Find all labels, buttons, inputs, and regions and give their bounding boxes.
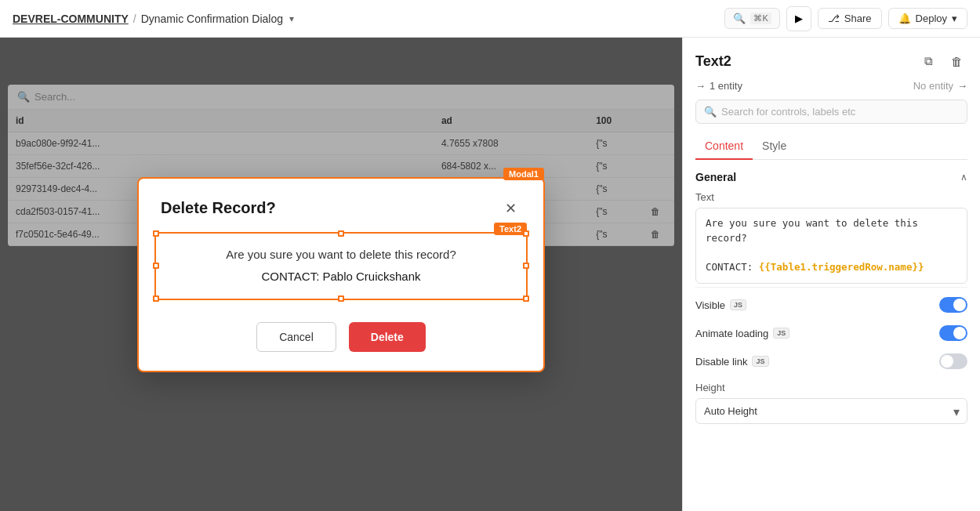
text-contact: CONTACT: bbox=[706, 261, 753, 273]
search-icon: 🔍 bbox=[733, 13, 746, 24]
animate-row: Animate loading JS bbox=[695, 319, 967, 347]
cancel-button[interactable]: Cancel bbox=[256, 322, 336, 352]
disable-js-badge: JS bbox=[752, 356, 768, 367]
modal-header: Delete Record? ✕ bbox=[139, 179, 543, 232]
panel-search-icon: 🔍 bbox=[704, 106, 717, 118]
animate-label-group: Animate loading JS bbox=[695, 328, 789, 339]
panel-search[interactable]: 🔍 Search for controls, labels etc bbox=[695, 100, 967, 124]
text2-container: Text2 Are you sure you want to delete th… bbox=[154, 232, 528, 300]
panel-tabs: Content Style bbox=[695, 133, 967, 160]
handle-bot-mid[interactable] bbox=[338, 295, 344, 302]
animate-toggle[interactable] bbox=[939, 325, 967, 341]
canvas-area: 🔍 Search... id ad 100 b9ac080e bbox=[0, 38, 682, 511]
entity-right-arrow: → bbox=[957, 80, 967, 92]
project-name[interactable]: DEVREL-COMMUNITY bbox=[13, 13, 129, 25]
modal-container: Modal1 Delete Record? ✕ Text2 bbox=[137, 177, 545, 372]
disable-row: Disable link JS bbox=[695, 347, 967, 375]
animate-label: Animate loading bbox=[695, 328, 768, 339]
general-chevron-up-icon[interactable]: ∧ bbox=[960, 172, 967, 183]
height-row: Height Auto Height Fixed Height bbox=[695, 375, 967, 427]
modal-overlay: Modal1 Delete Record? ✕ Text2 bbox=[0, 38, 682, 511]
delete-icon-btn[interactable]: 🗑 bbox=[946, 50, 967, 72]
copy-icon: ⧉ bbox=[924, 54, 933, 68]
visible-label-group: Visible JS bbox=[695, 299, 746, 311]
entity-no-text: No entity bbox=[913, 80, 953, 92]
text-line2: record? bbox=[706, 232, 747, 244]
handle-mid-right[interactable] bbox=[523, 263, 529, 269]
disable-label: Disable link bbox=[695, 356, 747, 368]
play-icon: ▶ bbox=[795, 13, 803, 24]
modal-close-button[interactable]: ✕ bbox=[499, 198, 521, 219]
general-section-title: General bbox=[695, 171, 736, 183]
chevron-down-icon[interactable]: ▾ bbox=[289, 13, 294, 24]
handle-bot-right[interactable] bbox=[523, 295, 529, 302]
entity-right[interactable]: No entity → bbox=[913, 80, 967, 92]
visible-toggle[interactable] bbox=[939, 297, 967, 313]
modal-body-line1: Are you sure you want to delete this rec… bbox=[172, 246, 510, 264]
delete-icon: 🗑 bbox=[951, 55, 963, 68]
text-field-label: Text bbox=[695, 191, 967, 203]
copy-icon-btn[interactable]: ⧉ bbox=[917, 50, 939, 72]
visible-label: Visible bbox=[695, 299, 725, 311]
deploy-button[interactable]: 🔔 Deploy ▾ bbox=[888, 8, 967, 29]
handle-top-right[interactable] bbox=[523, 230, 529, 237]
share-icon: ⎇ bbox=[828, 13, 840, 24]
tab-style-label: Style bbox=[762, 140, 786, 152]
play-button[interactable]: ▶ bbox=[786, 6, 811, 31]
disable-toggle[interactable] bbox=[939, 353, 967, 369]
right-panel: Text2 ⧉ 🗑 → 1 entity No entity → 🔍 bbox=[682, 38, 980, 511]
panel-search-placeholder: Search for controls, labels etc bbox=[721, 106, 855, 118]
height-select[interactable]: Auto Height Fixed Height bbox=[695, 398, 967, 424]
tab-style[interactable]: Style bbox=[753, 133, 796, 160]
breadcrumb-separator: / bbox=[133, 13, 136, 25]
search-shortcut: ⌘K bbox=[750, 13, 771, 24]
modal-body-text: Are you sure you want to delete this rec… bbox=[172, 246, 510, 286]
height-field-label: Height bbox=[695, 382, 967, 393]
handle-top-left[interactable] bbox=[153, 230, 159, 237]
disable-label-group: Disable link JS bbox=[695, 356, 769, 368]
visible-js-badge: JS bbox=[730, 299, 746, 310]
animate-js-badge: JS bbox=[773, 328, 789, 339]
panel-title: Text2 bbox=[695, 53, 731, 70]
bell-icon: 🔔 bbox=[898, 13, 911, 24]
panel-header-actions: ⧉ 🗑 bbox=[917, 50, 967, 72]
general-section: General ∧ Text Are you sure you want to … bbox=[683, 160, 980, 430]
deploy-chevron-icon: ▾ bbox=[952, 13, 957, 24]
modal-footer: Cancel Delete bbox=[139, 316, 543, 371]
entity-count: 1 entity bbox=[710, 80, 742, 92]
page-name: Dynamic Confirmation Dialog bbox=[141, 13, 283, 25]
modal-title: Delete Record? bbox=[161, 199, 276, 217]
share-button[interactable]: ⎇ Share bbox=[818, 8, 882, 29]
delete-button[interactable]: Delete bbox=[349, 322, 426, 352]
search-button[interactable]: 🔍 ⌘K bbox=[724, 8, 779, 29]
deploy-label: Deploy bbox=[916, 13, 947, 24]
tab-content-label: Content bbox=[705, 140, 743, 152]
modal1-badge: Modal1 bbox=[503, 168, 544, 180]
entity-left[interactable]: → 1 entity bbox=[695, 80, 742, 92]
text2-badge: Text2 bbox=[494, 223, 527, 235]
handle-mid-left[interactable] bbox=[153, 263, 159, 269]
topbar-left: DEVREL-COMMUNITY / Dynamic Confirmation … bbox=[13, 13, 294, 25]
entity-row: → 1 entity No entity → bbox=[683, 72, 980, 100]
text-template-var: {{Table1.triggeredRow.name}} bbox=[759, 261, 924, 273]
height-select-wrap: Auto Height Fixed Height bbox=[695, 398, 967, 424]
handle-top-mid[interactable] bbox=[338, 230, 344, 237]
tab-content[interactable]: Content bbox=[695, 133, 753, 160]
visible-row: Visible JS bbox=[695, 291, 967, 319]
modal-body-line2: CONTACT: Pablo Cruickshank bbox=[172, 268, 510, 286]
entity-left-arrow: → bbox=[695, 80, 706, 92]
text-line1: Are you sure you want to delete this bbox=[706, 217, 918, 229]
topbar: DEVREL-COMMUNITY / Dynamic Confirmation … bbox=[0, 0, 980, 38]
text-editor[interactable]: Are you sure you want to delete this rec… bbox=[695, 208, 967, 284]
general-section-header: General ∧ bbox=[695, 171, 967, 183]
topbar-right: 🔍 ⌘K ▶ ⎇ Share 🔔 Deploy ▾ bbox=[724, 6, 967, 31]
panel-header: Text2 ⧉ 🗑 bbox=[683, 38, 980, 72]
main-layout: 🔍 Search... id ad 100 b9ac080e bbox=[0, 38, 980, 511]
handle-bot-left[interactable] bbox=[153, 295, 159, 302]
share-label: Share bbox=[844, 13, 872, 24]
